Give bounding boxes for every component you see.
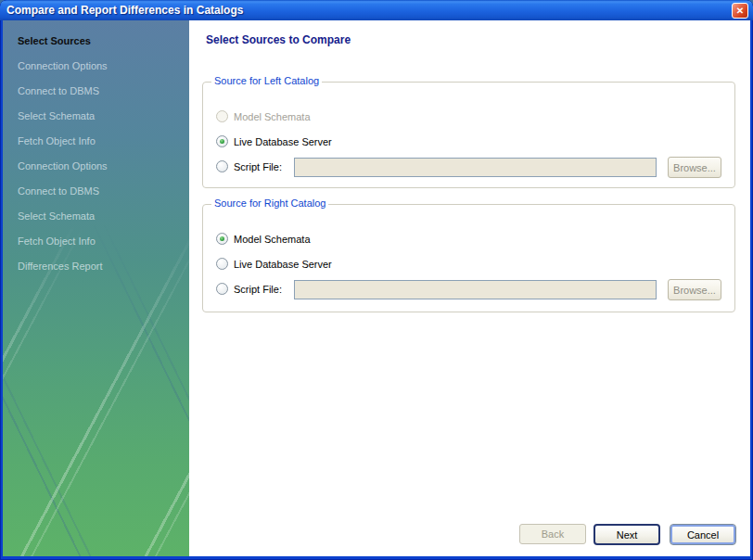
option-row: Script File: Browse...: [216, 157, 727, 179]
sidebar-item-fetch-object-info-1: Fetch Object Info: [3, 129, 189, 154]
main-content: Select Sources to Compare Source for Lef…: [189, 20, 750, 556]
sidebar-item-select-schemata-1: Select Schemata: [3, 104, 189, 129]
back-button[interactable]: Back: [519, 524, 586, 544]
option-row: Live Database Server: [216, 254, 727, 276]
page-title: Select Sources to Compare: [206, 33, 351, 46]
radio-left-script-file[interactable]: [216, 160, 228, 172]
sidebar-item-select-sources: Select Sources: [3, 29, 189, 54]
sidebar-item-select-schemata-2: Select Schemata: [3, 204, 189, 229]
radio-left-live-database-server[interactable]: [216, 135, 228, 147]
radio-right-script-file[interactable]: [216, 283, 228, 295]
option-row: Script File: Browse...: [216, 279, 727, 301]
left-browse-button[interactable]: Browse...: [668, 157, 721, 178]
radio-label-right-live-database-server[interactable]: Live Database Server: [234, 259, 332, 270]
group-source-right-catalog: Source for Right Catalog Model Schemata …: [202, 204, 735, 312]
right-script-file-input[interactable]: [294, 280, 657, 299]
group-source-right-catalog-title: Source for Right Catalog: [211, 197, 328, 209]
radio-label-left-script-file[interactable]: Script File:: [234, 161, 282, 172]
sidebar-item-connect-to-dbms-2: Connect to DBMS: [3, 179, 189, 204]
wizard-steps-sidebar: Select Sources Connection Options Connec…: [3, 20, 189, 556]
sidebar-item-fetch-object-info-2: Fetch Object Info: [3, 229, 189, 254]
radio-right-model-schemata[interactable]: [216, 233, 228, 245]
title-bar[interactable]: Compare and Report Differences in Catalo…: [0, 0, 753, 20]
group-source-left-catalog: Source for Left Catalog Model Schemata L…: [202, 82, 735, 188]
group-source-left-catalog-title: Source for Left Catalog: [211, 75, 322, 86]
option-row: Model Schemata: [216, 229, 727, 251]
sidebar-item-connection-options-1: Connection Options: [3, 54, 189, 79]
dialog-window: Compare and Report Differences in Catalo…: [0, 0, 753, 560]
sidebar-item-connect-to-dbms-1: Connect to DBMS: [3, 79, 189, 104]
window-body: Select Sources Connection Options Connec…: [3, 20, 750, 556]
cancel-button[interactable]: Cancel: [670, 524, 736, 545]
left-script-file-input[interactable]: [294, 158, 657, 177]
next-button[interactable]: Next: [593, 524, 660, 545]
radio-label-left-live-database-server[interactable]: Live Database Server: [234, 136, 332, 147]
window-title: Compare and Report Differences in Catalo…: [6, 4, 243, 17]
wizard-step-list: Select Sources Connection Options Connec…: [3, 20, 189, 279]
radio-left-model-schemata[interactable]: [216, 110, 228, 122]
close-icon: ✕: [733, 4, 747, 18]
right-browse-button[interactable]: Browse...: [668, 279, 721, 300]
radio-label-left-model-schemata[interactable]: Model Schemata: [234, 111, 311, 122]
sidebar-item-differences-report: Differences Report: [3, 254, 189, 279]
option-row: Live Database Server: [216, 132, 727, 154]
radio-right-live-database-server[interactable]: [216, 258, 228, 270]
option-row: Model Schemata: [216, 107, 727, 129]
radio-label-right-script-file[interactable]: Script File:: [234, 284, 282, 295]
sidebar-item-connection-options-2: Connection Options: [3, 154, 189, 179]
radio-label-right-model-schemata[interactable]: Model Schemata: [234, 234, 311, 245]
close-button[interactable]: ✕: [732, 3, 748, 19]
